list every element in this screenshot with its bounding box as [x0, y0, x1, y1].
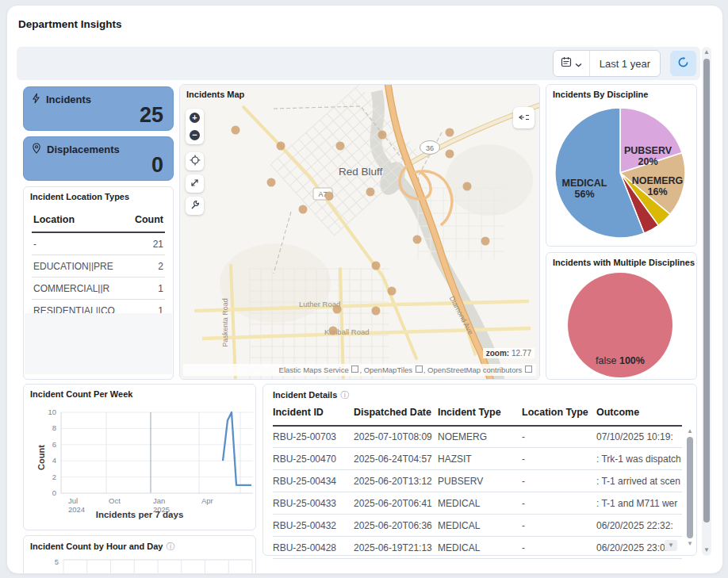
location-types-rows: -21EDUCATION||PRE2COMMERCIAL||R1RESIDENT…: [32, 233, 165, 322]
table-row: RBU-25-004282025-06-19T21:13MEDICAL-06/2…: [273, 537, 682, 559]
calendar-icon: [561, 56, 572, 71]
page-scrollbar[interactable]: ▲ ▼: [702, 47, 711, 556]
table-row: RBU-25-004332025-06-20T06:41MEDICAL-: T-…: [273, 492, 682, 515]
map-zoom-level: zoom: 12.77: [483, 348, 535, 358]
svg-text:Jul: Jul: [68, 496, 78, 505]
table-row: RBU-25-004702025-06-24T04:57HAZSIT-: Trk…: [273, 448, 682, 470]
details-scrollbar[interactable]: ▲ ▼: [685, 427, 695, 548]
map-city-label: Red Bluff: [339, 166, 383, 178]
location-types-title: Incident Location Types: [30, 192, 129, 201]
map-attribution: Elastic Maps Service , OpenMapTiles , Op…: [183, 364, 536, 376]
map-zoom-in-button[interactable]: +: [186, 109, 204, 127]
external-link-icon: [416, 366, 423, 373]
details-scroll-down-arrow[interactable]: ▼: [685, 540, 695, 548]
date-range-value[interactable]: Last 1 year: [590, 51, 660, 76]
details-scroll-up[interactable]: ▲: [685, 427, 695, 435]
pie-label-medical: MEDICAL 56%: [562, 178, 607, 200]
discipline-pie-title: Incidents By Discipline: [553, 90, 648, 99]
table-row: COMMERCIAL||R1: [32, 278, 165, 300]
crosshair-icon: [190, 155, 201, 169]
refresh-button[interactable]: [670, 51, 696, 76]
col-dispatched-date: Dispatched Date: [354, 407, 438, 418]
plus-icon: +: [190, 113, 200, 123]
location-types-empty-area: [25, 313, 172, 374]
page-scrollbar-thumb[interactable]: [703, 59, 710, 522]
map-title: Incidents Map: [186, 90, 244, 99]
hour-day-title: Incident Count by Hour and Dayⓘ: [30, 541, 174, 553]
attribution-link[interactable]: Elastic Maps Service: [279, 366, 349, 374]
svg-text:0: 0: [52, 488, 56, 497]
svg-text:Apr: Apr: [201, 496, 213, 505]
svg-text:5: 5: [55, 557, 59, 566]
map-legend-toggle-button[interactable]: [513, 107, 535, 128]
weekly-x-axis-label: Incidents per 7 days: [24, 510, 255, 519]
metric-displacements-value: 0: [32, 155, 163, 175]
map-tools-button[interactable]: [186, 197, 204, 215]
info-icon[interactable]: ⓘ: [340, 390, 349, 400]
details-scroll-down-button[interactable]: ▼: [665, 540, 677, 551]
attribution-link[interactable]: OpenMapTiles: [364, 366, 412, 374]
panel-incident-details: Incident Detailsⓘ Incident ID Dispatched…: [262, 384, 697, 556]
external-link-icon: [351, 366, 358, 373]
scroll-down-arrow[interactable]: ▼: [702, 545, 711, 555]
external-link-icon: [525, 366, 532, 373]
incident-details-rows: RBU-25-007032025-07-10T08:09NOEMERG-07/1…: [273, 426, 682, 559]
location-types-table: Location Count -21EDUCATION||PRE2COMMERC…: [32, 209, 165, 322]
col-incident-type: Incident Type: [438, 407, 522, 418]
map-road-label-paskenta: Paskenta Road: [221, 298, 229, 347]
expand-icon: [190, 177, 200, 191]
table-row: RBU-25-004342025-06-20T13:12PUBSERV-: T-…: [273, 470, 682, 492]
details-scrollbar-thumb[interactable]: [687, 437, 693, 538]
svg-text:36: 36: [426, 144, 434, 152]
col-incident-id: Incident ID: [273, 407, 354, 418]
col-count: Count: [135, 214, 163, 225]
map-zoom-controls: + −: [186, 109, 204, 144]
map-fit-bounds-button[interactable]: [186, 174, 204, 193]
weekly-line-chart[interactable]: 0246810Jul2024OctJan2025Apr: [24, 385, 256, 530]
panel-discipline-pie: Incidents By Discipline MEDICAL 56% PUBS…: [546, 84, 697, 247]
col-outcome: Outcome: [596, 407, 682, 418]
map-zoom-out-button[interactable]: −: [186, 127, 204, 145]
date-picker-menu-button[interactable]: [554, 51, 590, 76]
attribution-link[interactable]: OpenStreetMap contributors: [427, 366, 522, 374]
panel-multiple-pie: Incidents with Multiple Disciplines fals…: [546, 252, 697, 380]
metric-displacements-label: Displacements: [47, 144, 120, 155]
map-canvas[interactable]: A7 36 Red Bluff Luther Road Kimball Road…: [180, 85, 540, 380]
col-location: Location: [33, 214, 75, 225]
metric-incidents-label: Incidents: [46, 94, 91, 105]
metric-incidents: Incidents 25: [23, 86, 174, 131]
incident-details-title: Incident Detailsⓘ: [273, 389, 349, 401]
multiple-pie-title: Incidents with Multiple Disciplines: [553, 258, 695, 267]
panel-incidents-map: Incidents Map: [179, 84, 540, 380]
incident-details-header: Incident ID Dispatched Date Incident Typ…: [273, 407, 682, 427]
svg-text:10: 10: [48, 408, 56, 416]
discipline-pie-chart[interactable]: [546, 101, 698, 245]
table-row: -21: [32, 233, 165, 255]
scroll-up-arrow[interactable]: ▲: [702, 48, 711, 57]
weekly-y-axis-label: Count: [36, 445, 46, 470]
svg-text:6: 6: [52, 440, 56, 449]
minus-icon: −: [190, 130, 200, 140]
pie-label-false: false 100%: [596, 355, 645, 366]
svg-text:8: 8: [52, 423, 56, 432]
map-locate-button[interactable]: [186, 152, 204, 170]
weekly-chart-title: Incident Count Per Week: [30, 389, 132, 399]
table-row: EDUCATION||PRE2: [32, 255, 165, 278]
pie-label-pubserv: PUBSERV 20%: [624, 145, 672, 167]
svg-text:Jan: Jan: [153, 496, 165, 505]
date-range-picker[interactable]: Last 1 year: [553, 50, 661, 77]
chevron-down-icon: [575, 56, 582, 71]
metric-displacements: Displacements 0: [23, 136, 174, 181]
wrench-icon: [190, 199, 200, 213]
collapse-legend-icon: [518, 111, 530, 125]
svg-text:4: 4: [52, 456, 56, 465]
info-icon[interactable]: ⓘ: [166, 542, 174, 551]
dashboard-card: Department Insights Last 1 year: [6, 5, 723, 574]
panel-hour-day: Incident Count by Hour and Dayⓘ 5: [23, 535, 256, 574]
svg-text:Oct: Oct: [109, 496, 121, 505]
panel-weekly-chart: Incident Count Per Week 0246810Jul2024Oc…: [23, 384, 256, 530]
refresh-icon: [677, 56, 689, 71]
panel-location-types: Incident Location Types Location Count -…: [23, 186, 174, 380]
table-row: RBU-25-007032025-07-10T08:09NOEMERG-07/1…: [273, 426, 682, 448]
road-shield-36: 36: [420, 141, 440, 155]
